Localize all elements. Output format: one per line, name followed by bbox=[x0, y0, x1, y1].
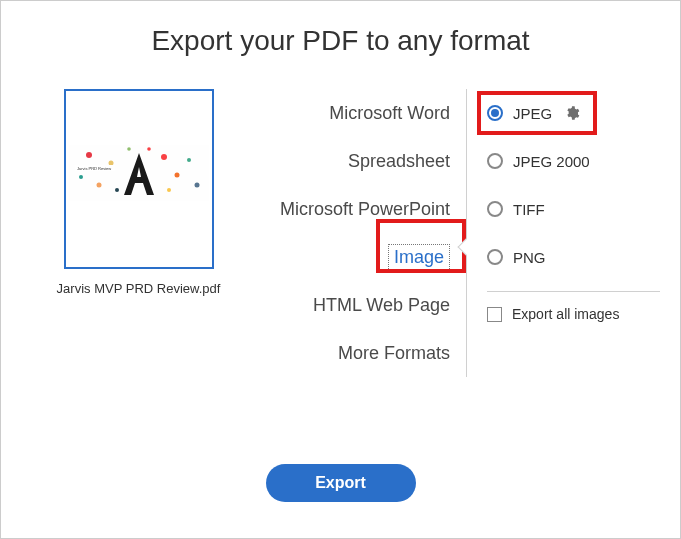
tiff-label: TIFF bbox=[513, 201, 545, 218]
format-spreadsheet[interactable]: Spreadsheet bbox=[236, 137, 456, 185]
file-name: Jarvis MVP PRD Review.pdf bbox=[57, 281, 221, 296]
png-label: PNG bbox=[513, 249, 546, 266]
export-all-images-row[interactable]: Export all images bbox=[487, 306, 660, 322]
image-format-tiff[interactable]: TIFF bbox=[487, 185, 660, 233]
divider bbox=[487, 291, 660, 292]
svg-point-9 bbox=[187, 158, 191, 162]
svg-text:Jarvis PRD Review: Jarvis PRD Review bbox=[77, 166, 111, 171]
image-format-jpeg[interactable]: JPEG bbox=[487, 89, 660, 137]
gear-icon[interactable] bbox=[564, 105, 580, 121]
radio-jpeg2000[interactable] bbox=[487, 153, 503, 169]
svg-point-5 bbox=[108, 161, 113, 166]
svg-point-2 bbox=[86, 152, 92, 158]
pdf-thumbnail[interactable]: Jarvis PRD Review bbox=[64, 89, 214, 269]
format-powerpoint[interactable]: Microsoft PowerPoint bbox=[236, 185, 456, 233]
jpeg2000-label: JPEG 2000 bbox=[513, 153, 590, 170]
export-all-label: Export all images bbox=[512, 306, 619, 322]
checkbox-export-all[interactable] bbox=[487, 307, 502, 322]
radio-jpeg[interactable] bbox=[487, 105, 503, 121]
svg-point-4 bbox=[79, 175, 83, 179]
page-title: Export your PDF to any format bbox=[1, 25, 680, 57]
jpeg-label: JPEG bbox=[513, 105, 552, 122]
radio-tiff[interactable] bbox=[487, 201, 503, 217]
image-format-jpeg2000[interactable]: JPEG 2000 bbox=[487, 137, 660, 185]
format-word[interactable]: Microsoft Word bbox=[236, 89, 456, 137]
svg-point-12 bbox=[127, 147, 131, 151]
svg-point-6 bbox=[115, 188, 119, 192]
svg-point-13 bbox=[147, 147, 151, 151]
format-image-label: Image bbox=[388, 244, 450, 271]
format-image[interactable]: Image bbox=[236, 233, 456, 281]
format-more[interactable]: More Formats bbox=[236, 329, 456, 377]
thumbnail-art: Jarvis PRD Review bbox=[69, 135, 209, 223]
image-format-png[interactable]: PNG bbox=[487, 233, 660, 281]
radio-png[interactable] bbox=[487, 249, 503, 265]
svg-point-7 bbox=[161, 154, 167, 160]
format-html[interactable]: HTML Web Page bbox=[236, 281, 456, 329]
svg-point-3 bbox=[96, 183, 101, 188]
svg-point-8 bbox=[174, 173, 179, 178]
svg-point-10 bbox=[194, 183, 199, 188]
export-button[interactable]: Export bbox=[266, 464, 416, 502]
svg-point-11 bbox=[167, 188, 171, 192]
